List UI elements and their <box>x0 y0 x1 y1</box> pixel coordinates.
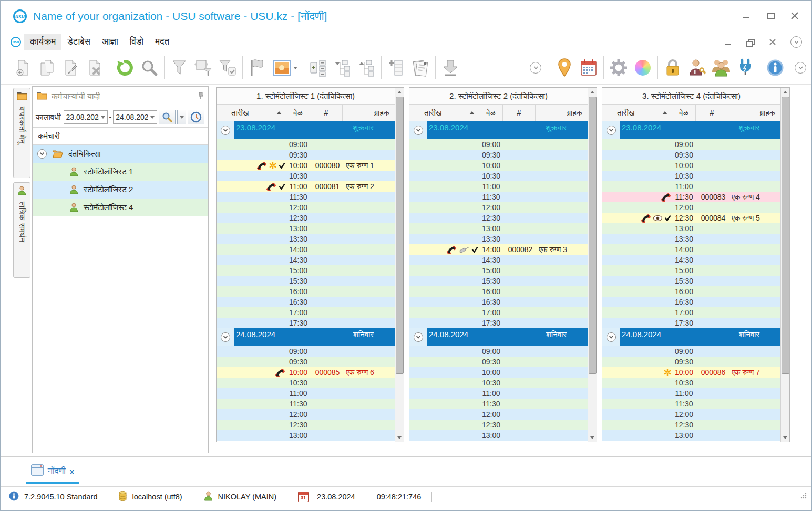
scroll-down-icon[interactable] <box>588 433 597 442</box>
time-slot-row[interactable]: 11:00 <box>602 181 780 192</box>
header-date[interactable]: तारीख <box>409 105 479 121</box>
header-number[interactable]: # <box>503 105 536 121</box>
time-slot-row[interactable]: 15:00 <box>409 265 588 276</box>
time-slot-row[interactable]: 10:30 <box>602 378 780 388</box>
tab-registration[interactable]: नोंदणी x <box>26 460 79 484</box>
appointment-row[interactable]: 10:00000085एक रुग्ण 6 <box>217 367 395 378</box>
time-slot-row[interactable]: 10:30 <box>409 378 588 388</box>
time-slot-row[interactable]: 09:30 <box>217 357 395 367</box>
side-tab-tech-support[interactable]: तांत्रिक समर्थन <box>13 182 30 278</box>
side-tab-user-menu[interactable]: वापरकर्ता मेनू <box>13 88 30 178</box>
scroll-up-icon[interactable] <box>395 88 404 96</box>
menu-item-2[interactable]: डेटाबेस <box>61 34 96 50</box>
header-time[interactable]: वेळ <box>672 105 696 121</box>
employee-column-header[interactable]: कर्मचारी <box>33 127 208 145</box>
maximize-button[interactable] <box>766 12 775 19</box>
collapse-day-button[interactable] <box>602 328 620 346</box>
mdi-close-button[interactable] <box>768 38 777 46</box>
mdi-minimize-button[interactable] <box>724 38 733 46</box>
date-group-row[interactable]: 23.08.2024शुक्रवार <box>217 121 395 139</box>
tab-close-icon[interactable]: x <box>70 467 74 476</box>
vertical-scrollbar[interactable] <box>395 88 404 442</box>
filter-apply-icon[interactable] <box>215 54 240 81</box>
scroll-down-icon[interactable] <box>781 433 789 442</box>
time-slot-row[interactable]: 10:00 <box>409 367 588 378</box>
filter-columns-icon[interactable] <box>191 54 215 81</box>
header-time[interactable]: वेळ <box>479 105 503 121</box>
time-slot-row[interactable]: 17:00 <box>409 307 588 318</box>
time-slot-row[interactable]: 11:30 <box>602 399 780 409</box>
time-slot-row[interactable]: 16:00 <box>409 286 588 297</box>
time-slot-row[interactable]: 12:00 <box>409 202 588 213</box>
time-slot-row[interactable]: 11:30 <box>409 192 588 202</box>
scroll-up-icon[interactable] <box>781 88 789 96</box>
time-slot-row[interactable]: 11:30 <box>409 399 588 409</box>
time-slot-row[interactable]: 09:00 <box>217 346 395 357</box>
tree-expand-icon[interactable] <box>330 54 354 81</box>
expand-rows-icon[interactable] <box>306 54 330 81</box>
pin-icon[interactable] <box>198 92 204 101</box>
time-slot-row[interactable]: 17:30 <box>217 318 395 328</box>
time-slot-row[interactable]: 09:00 <box>602 346 780 357</box>
user-rights-icon[interactable] <box>685 54 709 81</box>
color-theme-icon[interactable] <box>631 54 655 81</box>
time-slot-row[interactable]: 15:30 <box>602 276 780 286</box>
time-slot-row[interactable]: 09:30 <box>602 357 780 367</box>
header-number[interactable]: # <box>310 105 343 121</box>
collapse-day-button[interactable] <box>217 328 234 346</box>
toolbar-overflow-button[interactable] <box>795 62 806 74</box>
date-group-row[interactable]: 23.08.2024शुक्रवार <box>409 121 588 139</box>
date-group-row[interactable]: 24.08.2024शनिवार <box>602 328 780 346</box>
appointment-row[interactable]: 12:30000084एक रुग्ण 5 <box>602 213 780 223</box>
time-slot-row[interactable]: 12:30 <box>409 213 588 223</box>
time-slot-row[interactable]: 16:30 <box>217 297 395 307</box>
search-button[interactable] <box>159 110 176 124</box>
scroll-down-icon[interactable] <box>395 433 404 442</box>
scroll-up-icon[interactable] <box>588 88 597 96</box>
clock-button[interactable] <box>188 110 204 124</box>
time-slot-row[interactable]: 13:00 <box>409 430 588 441</box>
menu-item-4[interactable]: विंडो <box>124 34 149 50</box>
time-slot-row[interactable]: 09:30 <box>602 150 780 160</box>
calendar-icon[interactable] <box>577 54 601 81</box>
date-group-row[interactable]: 24.08.2024शनिवार <box>217 328 395 346</box>
location-icon[interactable] <box>552 54 577 81</box>
time-slot-row[interactable]: 12:00 <box>602 202 780 213</box>
scrollbar-thumb[interactable] <box>396 97 404 374</box>
time-slot-row[interactable]: 15:00 <box>217 265 395 276</box>
time-slot-row[interactable]: 16:30 <box>602 297 780 307</box>
settings-gear-icon[interactable] <box>607 54 631 81</box>
new-record-icon[interactable] <box>11 54 35 81</box>
collapse-day-button[interactable] <box>409 121 427 139</box>
time-slot-row[interactable]: 09:00 <box>602 139 780 150</box>
time-slot-row[interactable]: 10:30 <box>217 171 395 181</box>
collapse-day-button[interactable] <box>602 121 620 139</box>
tree-collapse-icon[interactable] <box>354 54 378 81</box>
time-slot-row[interactable]: 15:00 <box>602 265 780 276</box>
edit-record-icon[interactable] <box>59 54 83 81</box>
appointment-row[interactable]: 10:00000080एक रुग्ण 1 <box>217 160 395 171</box>
time-slot-row[interactable]: 09:00 <box>409 139 588 150</box>
time-slot-row[interactable]: 16:00 <box>217 286 395 297</box>
vertical-scrollbar[interactable] <box>588 88 597 442</box>
time-slot-row[interactable]: 12:30 <box>217 420 395 430</box>
time-slot-row[interactable]: 09:00 <box>409 346 588 357</box>
time-slot-row[interactable]: 10:00 <box>409 160 588 171</box>
time-slot-row[interactable]: 14:30 <box>602 255 780 265</box>
time-slot-row[interactable]: 09:30 <box>409 150 588 160</box>
time-slot-row[interactable]: 11:30 <box>217 192 395 202</box>
time-slot-row[interactable]: 12:00 <box>217 202 395 213</box>
time-slot-row[interactable]: 11:30 <box>217 399 395 409</box>
time-slot-row[interactable]: 14:00 <box>217 244 395 255</box>
time-slot-row[interactable]: 17:30 <box>409 318 588 328</box>
time-slot-row[interactable]: 17:00 <box>217 307 395 318</box>
refresh-icon[interactable] <box>113 54 137 81</box>
add-column-icon[interactable] <box>384 54 408 81</box>
header-date[interactable]: तारीख <box>602 105 672 121</box>
time-slot-row[interactable]: 09:00 <box>217 139 395 150</box>
time-slot-row[interactable]: 17:30 <box>602 318 780 328</box>
date-from-select[interactable]: 23.08.2024 <box>64 110 108 124</box>
time-slot-row[interactable]: 09:30 <box>217 150 395 160</box>
collapse-day-button[interactable] <box>217 121 234 139</box>
time-slot-row[interactable]: 14:30 <box>217 255 395 265</box>
